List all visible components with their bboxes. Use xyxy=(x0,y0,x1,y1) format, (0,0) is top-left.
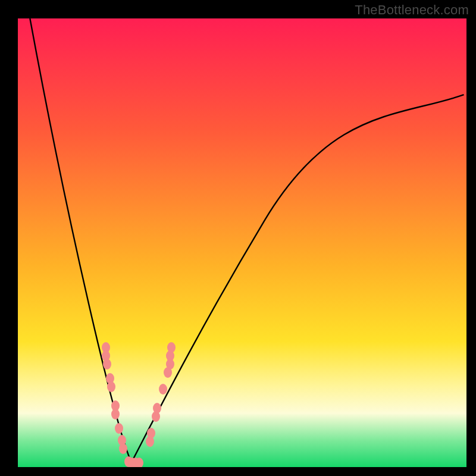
chart-frame: TheBottleneck.com xyxy=(0,0,476,476)
plot-area xyxy=(18,18,466,467)
highlight-dot xyxy=(119,443,127,454)
highlight-dot xyxy=(115,423,123,434)
highlight-dot xyxy=(107,381,115,392)
curve-left-arm xyxy=(30,18,131,462)
curve-right-arm xyxy=(131,95,464,462)
highlight-dot xyxy=(147,428,155,439)
highlight-dot xyxy=(153,403,161,414)
highlight-dot xyxy=(167,342,176,353)
watermark-text: TheBottleneck.com xyxy=(355,2,469,18)
highlight-dot xyxy=(103,359,111,369)
curve-layer xyxy=(18,18,466,467)
highlight-dot xyxy=(159,384,167,394)
highlight-dot xyxy=(111,409,120,419)
